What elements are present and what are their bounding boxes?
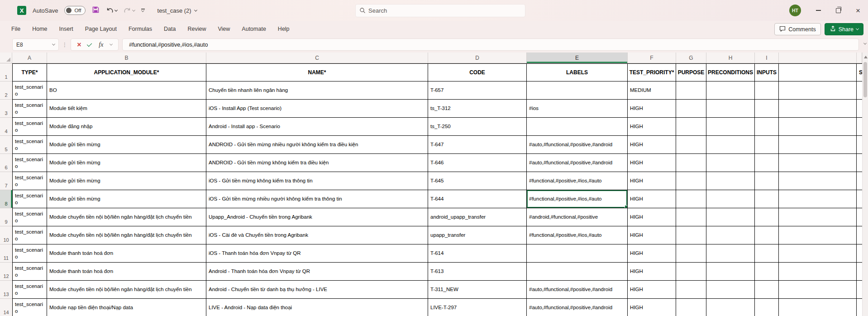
cell-A4[interactable]: test_scenario	[12, 118, 47, 136]
scrollbar-thumb[interactable]	[863, 62, 867, 97]
cell-B8[interactable]: Module gửi tiền mừng	[47, 190, 206, 208]
cell-F5[interactable]: HIGH	[628, 136, 676, 154]
cell-I4[interactable]	[755, 118, 779, 136]
cell-F12[interactable]: HIGH	[628, 263, 676, 281]
formula-input-field[interactable]	[122, 38, 859, 51]
ribbon-tab-insert[interactable]: Insert	[53, 21, 79, 37]
cell-A7[interactable]: test_scenario	[12, 172, 47, 190]
cell-D11[interactable]: T-614	[428, 244, 527, 263]
col-header-G[interactable]: G	[676, 53, 706, 63]
cell-D7[interactable]: T-645	[428, 172, 527, 190]
cell-H1[interactable]: PRECONDITIONS	[706, 63, 755, 81]
comments-button[interactable]: Comments	[774, 23, 820, 35]
cell-I5[interactable]	[755, 136, 779, 154]
excel-app-icon[interactable]: X	[17, 6, 26, 15]
close-button[interactable]: ×	[848, 0, 868, 21]
cell-B2[interactable]: BO	[47, 81, 206, 100]
cell-F13[interactable]: HIGH	[628, 281, 676, 299]
col-header-J[interactable]	[779, 53, 857, 63]
cell-H11[interactable]	[706, 244, 755, 263]
cell-J7[interactable]	[779, 172, 857, 190]
cell-C4[interactable]: Android - Install app - Scenario	[206, 118, 428, 136]
cell-F11[interactable]: HIGH	[628, 244, 676, 263]
cell-G8[interactable]	[676, 190, 706, 208]
cell-D4[interactable]: ts_T-250	[428, 118, 527, 136]
cell-C1[interactable]: NAME*	[206, 63, 428, 81]
cell-F14[interactable]: HIGH	[628, 299, 676, 316]
cell-D14[interactable]: LIVE-T-297	[428, 299, 527, 316]
cell-C14[interactable]: LIVE - Android - Nạp data điện thoại	[206, 299, 428, 316]
title-dropdown-icon[interactable]	[194, 8, 197, 11]
col-header-A[interactable]: A	[12, 53, 47, 63]
cell-D12[interactable]: T-613	[428, 263, 527, 281]
cell-E3[interactable]: #ios	[527, 100, 628, 118]
enter-icon[interactable]	[87, 41, 92, 46]
cell-I13[interactable]	[755, 281, 779, 299]
cell-A5[interactable]: test_scenario	[12, 136, 47, 154]
cell-G10[interactable]	[676, 226, 706, 244]
cell-F6[interactable]: HIGH	[628, 154, 676, 172]
cell-B1[interactable]: APPLICATION_MODULE*	[47, 63, 206, 81]
scroll-up-icon[interactable]	[864, 56, 868, 58]
cell-J8[interactable]	[779, 190, 857, 208]
save-icon[interactable]	[92, 6, 100, 15]
search-input[interactable]	[367, 7, 487, 14]
cell-B6[interactable]: Module gửi tiền mừng	[47, 154, 206, 172]
cell-C8[interactable]: iOS - Gửi tiền mừng nhiều người không ki…	[206, 190, 428, 208]
cell-E1[interactable]: LABELS	[527, 63, 628, 81]
undo-button[interactable]	[106, 7, 117, 14]
cell-D5[interactable]: T-647	[428, 136, 527, 154]
vertical-scrollbar[interactable]	[862, 53, 868, 316]
cell-A13[interactable]: test_scenario	[12, 281, 47, 299]
cell-clipped-12[interactable]	[857, 263, 862, 281]
cell-J11[interactable]	[779, 244, 857, 263]
cell-H13[interactable]	[706, 281, 755, 299]
name-box[interactable]: E8	[12, 38, 59, 51]
cell-G13[interactable]	[676, 281, 706, 299]
share-dropdown-icon[interactable]	[856, 27, 859, 30]
name-box-dropdown-icon[interactable]	[52, 43, 55, 46]
cell-E9[interactable]: #android,#functional,#positive	[527, 208, 628, 226]
cell-clipped-1[interactable]: S	[857, 63, 862, 81]
share-button[interactable]: Share	[825, 23, 863, 35]
row-header-8[interactable]: 8	[0, 190, 12, 208]
cell-I14[interactable]	[755, 299, 779, 316]
col-header-C[interactable]: C	[206, 53, 428, 63]
cell-D3[interactable]: ts_T-312	[428, 100, 527, 118]
cell-E13[interactable]: #auto,#functional,#positive,#android	[527, 281, 628, 299]
select-all-corner[interactable]	[0, 53, 12, 63]
cell-E5[interactable]: #auto,#functional,#positive,#android	[527, 136, 628, 154]
cell-J12[interactable]	[779, 263, 857, 281]
cell-clipped-3[interactable]	[857, 100, 862, 118]
col-header-clipped[interactable]	[857, 53, 862, 63]
cell-B13[interactable]: Module chuyển tiền nội bộ/liên ngân hàng…	[47, 281, 206, 299]
cell-G4[interactable]	[676, 118, 706, 136]
ribbon-options-chevron-icon[interactable]	[141, 9, 145, 12]
cell-G11[interactable]	[676, 244, 706, 263]
search-bar[interactable]	[355, 4, 525, 17]
cell-F8[interactable]: HIGH	[628, 190, 676, 208]
undo-dropdown-icon[interactable]	[114, 8, 117, 11]
cell-A2[interactable]: test_scenario	[12, 81, 47, 100]
col-header-F[interactable]: F	[628, 53, 676, 63]
cell-D13[interactable]: T-311_NEW	[428, 281, 527, 299]
cell-clipped-5[interactable]	[857, 136, 862, 154]
redo-dropdown-icon[interactable]	[132, 8, 135, 11]
cell-G3[interactable]	[676, 100, 706, 118]
cell-I2[interactable]	[755, 81, 779, 100]
row-header-9[interactable]: 9	[0, 208, 12, 226]
cell-F4[interactable]: HIGH	[628, 118, 676, 136]
cell-I9[interactable]	[755, 208, 779, 226]
cell-E11[interactable]	[527, 244, 628, 263]
col-header-I[interactable]: I	[755, 53, 779, 63]
cell-clipped-8[interactable]	[857, 190, 862, 208]
cell-I12[interactable]	[755, 263, 779, 281]
cell-J13[interactable]	[779, 281, 857, 299]
cell-G12[interactable]	[676, 263, 706, 281]
cell-E10[interactable]: #functional,#positive,#ios,#auto	[527, 226, 628, 244]
cancel-icon[interactable]: ×	[77, 41, 81, 48]
cell-J2[interactable]	[779, 81, 857, 100]
cell-D1[interactable]: CODE	[428, 63, 527, 81]
cell-I10[interactable]	[755, 226, 779, 244]
cell-I3[interactable]	[755, 100, 779, 118]
